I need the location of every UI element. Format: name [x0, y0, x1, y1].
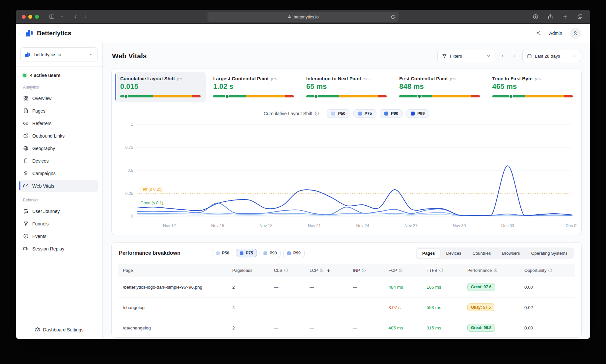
metric-card-interaction-to-next-paint[interactable]: Interaction to Next Paintp7565 ms: [301, 72, 392, 102]
legend-pill-p75[interactable]: P75: [353, 109, 376, 118]
tab-devices[interactable]: Devices: [440, 248, 467, 258]
metric-percentile: p75: [271, 77, 277, 81]
x-tick-label: Nov 12: [163, 223, 176, 228]
address-bar[interactable]: betterlytics.io: [207, 12, 399, 22]
active-users[interactable]: 4 active users: [20, 67, 98, 79]
avatar[interactable]: [570, 28, 581, 39]
percentile-swatch-icon: [216, 251, 220, 255]
tab-overview-icon[interactable]: [576, 13, 584, 21]
funnel-icon: [23, 221, 29, 226]
admin-label[interactable]: Admin: [549, 31, 562, 36]
back-icon[interactable]: [71, 13, 80, 21]
info-icon[interactable]: [439, 268, 443, 273]
info-icon[interactable]: [548, 268, 552, 273]
info-icon[interactable]: [319, 268, 324, 273]
minimize-window-button[interactable]: [28, 15, 32, 19]
column-header-lcp[interactable]: LCP: [310, 268, 353, 273]
tab-countries[interactable]: Countries: [467, 248, 497, 258]
sidebar-item-label: Pages: [32, 108, 45, 114]
percentile-pill-p99[interactable]: P99: [283, 249, 304, 257]
brand[interactable]: Betterlytics: [25, 29, 71, 38]
info-icon[interactable]: [399, 268, 403, 273]
legend-pill-p90[interactable]: P90: [380, 109, 403, 118]
column-header-page[interactable]: Page: [123, 268, 232, 273]
x-tick-label: Nov 30: [453, 223, 466, 228]
video-icon: [23, 246, 29, 251]
info-icon[interactable]: [315, 111, 319, 116]
bar-fair-segment: [525, 95, 564, 97]
legend-pill-p99[interactable]: P99: [406, 109, 429, 118]
sidebar-item-dashboard-settings[interactable]: Dashboard Settings: [20, 323, 98, 332]
column-header-opportunity[interactable]: Opportunity: [524, 268, 570, 273]
sidebar-item-pages[interactable]: Pages: [20, 105, 98, 117]
metric-card-first-contentful-paint[interactable]: First Contentful Paintp75848 ms: [394, 72, 485, 102]
filter-icon: [442, 54, 447, 59]
sidebar-nav: AnalyticsOverviewPagesReferrersOutbound …: [20, 79, 98, 255]
browser-titlebar: betterlytics.io: [16, 10, 590, 24]
percentile-pill-p75[interactable]: P75: [236, 249, 257, 257]
info-icon[interactable]: [284, 268, 288, 273]
column-header-performance[interactable]: Performance: [467, 268, 524, 273]
column-header-inp[interactable]: INP: [353, 268, 388, 273]
column-header-pageloads[interactable]: Pageloads: [232, 268, 274, 273]
table-row[interactable]: /da/changelog2———485 ms315 msGreat: 96.8…: [118, 318, 575, 338]
sidebar-item-overview[interactable]: Overview: [20, 92, 98, 104]
threshold-label: Good (≤ 0.1): [140, 201, 163, 205]
table-row[interactable]: /changelog4———3.97 s553 msOkay: 57.50.02: [118, 298, 575, 318]
sidebar-item-funnels[interactable]: Funnels: [20, 218, 98, 230]
sidebar-item-session-replay[interactable]: Session Replay: [20, 243, 98, 255]
sidebar-item-events[interactable]: Events: [20, 230, 98, 242]
percentile-pill-p90[interactable]: P90: [260, 249, 281, 257]
downloads-icon[interactable]: [531, 13, 540, 21]
sidebar-chevron-icon[interactable]: [57, 13, 66, 21]
reload-icon[interactable]: [391, 14, 396, 19]
column-header-ttfb[interactable]: TTFB: [427, 268, 467, 273]
sparkles-icon[interactable]: [535, 30, 541, 37]
tab-operating-systems[interactable]: Operating Systems: [525, 248, 573, 258]
share-icon[interactable]: [546, 13, 555, 21]
sidebar-item-geography[interactable]: Geography: [20, 142, 98, 154]
sort-descending-icon[interactable]: [326, 268, 331, 273]
metric-title-label: First Contentful Paint: [399, 76, 448, 81]
info-icon[interactable]: [493, 268, 498, 273]
metric-card-time-to-first-byte[interactable]: Time to First Bytep75465 ms: [487, 72, 578, 102]
cell-inp: —: [353, 325, 388, 330]
metric-threshold-bar: [399, 95, 480, 97]
chart-title: Cumulative Layout Shift: [264, 111, 319, 116]
performance-badge: Great: 97.6: [467, 283, 495, 291]
bar-poor-segment: [471, 95, 480, 97]
table-row[interactable]: /betterlytics-logo-dark-simple-96×96.png…: [118, 277, 575, 298]
previous-range-button[interactable]: [499, 52, 507, 60]
tab-browsers[interactable]: Browsers: [496, 248, 525, 258]
performance-badge: Great: 96.8: [467, 324, 495, 332]
percentile-pill-p50[interactable]: P50: [212, 249, 233, 257]
forward-icon[interactable]: [81, 13, 90, 21]
filters-button[interactable]: Filters: [437, 50, 495, 62]
performance-breakdown-panel: Performance breakdown P50P75P90P99 Pages…: [111, 242, 582, 338]
metric-card-largest-contentful-paint[interactable]: Largest Contentful Paintp751.02 s: [208, 72, 299, 102]
column-header-fcp[interactable]: FCP: [388, 268, 427, 273]
date-range-button[interactable]: Last 28 days: [522, 50, 581, 62]
sidebar-item-user-journey[interactable]: User Journey: [20, 205, 98, 217]
new-tab-icon[interactable]: [561, 13, 569, 21]
sidebar-item-web-vitals[interactable]: Web Vitals: [20, 180, 98, 192]
traffic-lights: [22, 15, 39, 19]
sidebar-item-referrers[interactable]: Referrers: [20, 117, 98, 129]
overview-icon: [23, 95, 29, 101]
column-header-cls[interactable]: CLS: [274, 268, 310, 273]
threshold-label: Fair (≤ 0.25): [140, 187, 162, 192]
info-icon[interactable]: [362, 268, 366, 273]
site-selector[interactable]: betterlytics.io: [20, 47, 98, 62]
browser-window: betterlytics.io Betterlytics Admin: [16, 10, 590, 339]
zoom-window-button[interactable]: [35, 15, 39, 19]
tab-pages[interactable]: Pages: [417, 248, 440, 258]
next-range-button[interactable]: [510, 52, 519, 60]
legend-pill-p50[interactable]: P50: [327, 109, 350, 118]
sidebar-toggle-icon[interactable]: [47, 13, 56, 21]
metric-card-cumulative-layout-shift[interactable]: Cumulative Layout Shiftp750.015: [115, 72, 206, 102]
sidebar-item-outbound-links[interactable]: Outbound Links: [20, 130, 98, 142]
column-header-label: Performance: [467, 268, 492, 273]
sidebar-item-campaigns[interactable]: Campaigns: [20, 167, 98, 179]
close-window-button[interactable]: [22, 15, 26, 19]
sidebar-item-devices[interactable]: Devices: [20, 155, 98, 167]
